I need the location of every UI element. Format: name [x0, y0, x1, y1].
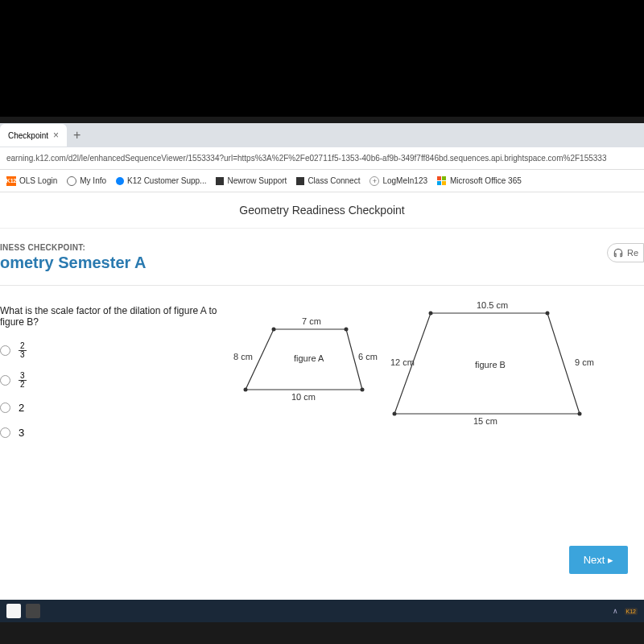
bookmark-office365[interactable]: Microsoft Office 365: [437, 176, 522, 186]
globe-icon: [67, 176, 76, 186]
bookmark-label: My Info: [80, 176, 106, 185]
new-tab-button[interactable]: +: [67, 128, 87, 142]
bookmark-label: Newrow Support: [227, 176, 287, 185]
measure-a-left: 8 cm: [233, 352, 253, 361]
svg-point-2: [345, 328, 349, 332]
chevron-up-icon[interactable]: ∧: [613, 607, 618, 615]
measure-b-left: 12 cm: [390, 357, 415, 367]
bookmark-class-connect[interactable]: Class Connect: [296, 176, 360, 185]
bookmark-newrow[interactable]: Newrow Support: [216, 176, 287, 185]
radio-icon[interactable]: [0, 375, 10, 386]
svg-point-6: [429, 312, 433, 316]
svg-point-7: [546, 312, 550, 316]
bookmark-k12-support[interactable]: K12 Customer Supp...: [116, 176, 206, 185]
address-bar[interactable]: earning.k12.com/d2l/le/enhancedSequenceV…: [0, 147, 644, 170]
bookmark-label: K12 Customer Supp...: [127, 176, 206, 185]
radio-icon[interactable]: [0, 427, 10, 438]
plus-icon: +: [369, 176, 379, 186]
taskbar-left: [6, 604, 40, 618]
measure-b-bottom: 15 cm: [473, 416, 497, 426]
bookmark-logmein[interactable]: + LogMeIn123: [369, 176, 427, 186]
question-left: What is the scale factor of the dilation…: [0, 305, 233, 466]
read-aloud-button[interactable]: Re: [607, 243, 644, 262]
radio-icon[interactable]: [0, 402, 10, 413]
measure-b-top: 10.5 cm: [477, 300, 508, 310]
taskbar-right: ∧ K12: [613, 607, 638, 615]
svg-point-9: [393, 412, 397, 416]
measure-a-right: 6 cm: [358, 352, 378, 361]
semester-title: ometry Semester A: [0, 254, 147, 272]
fraction-label: 2 3: [19, 342, 27, 359]
app-icon: [296, 177, 304, 185]
k12-tray-icon[interactable]: K12: [625, 608, 638, 615]
figure-b-label: figure B: [475, 360, 506, 369]
option-two-thirds[interactable]: 2 3: [0, 342, 233, 359]
bookmark-label: LogMeIn123: [382, 176, 427, 185]
read-label: Re: [627, 248, 638, 258]
tab-title: Checkpoint: [8, 131, 48, 140]
screen: Checkpoint × + earning.k12.com/d2l/le/en…: [0, 123, 644, 622]
bookmark-label: OLS Login: [19, 176, 57, 185]
laptop-frame: Checkpoint × + earning.k12.com/d2l/le/en…: [0, 117, 644, 644]
app-icon: [216, 177, 224, 185]
browser-tab[interactable]: Checkpoint ×: [0, 124, 67, 147]
bookmark-my-info[interactable]: My Info: [67, 176, 106, 186]
measure-a-top: 7 cm: [302, 316, 321, 326]
figures-area: 7 cm 8 cm 6 cm 10 cm figure A 10.5 cm 12…: [233, 305, 644, 466]
taskbar-app-icon[interactable]: [26, 604, 40, 618]
option-three[interactable]: 3: [0, 427, 233, 439]
page-title: Geometry Readiness Checkpoint: [0, 192, 644, 229]
bookmark-label: Class Connect: [308, 176, 360, 185]
url-text: earning.k12.com/d2l/le/enhancedSequenceV…: [6, 154, 606, 163]
headphones-icon: [613, 247, 624, 258]
checkpoint-header: INESS CHECKPOINT: ometry Semester A Re: [0, 229, 644, 279]
bookmarks-bar: K12 OLS Login My Info K12 Customer Supp.…: [0, 170, 644, 192]
svg-point-8: [578, 412, 582, 416]
fraction-label: 3 2: [19, 372, 27, 389]
option-label: 3: [19, 427, 24, 439]
bookmark-label: Microsoft Office 365: [450, 176, 522, 185]
svg-point-1: [272, 328, 276, 332]
taskbar-app-icon[interactable]: [6, 604, 21, 618]
windows-taskbar: ∧ K12: [0, 600, 644, 622]
browser-tab-bar: Checkpoint × +: [0, 123, 644, 147]
svg-point-4: [244, 388, 248, 392]
question-area: What is the scale factor of the dilation…: [0, 286, 644, 466]
close-icon[interactable]: ×: [53, 130, 59, 141]
measure-a-bottom: 10 cm: [291, 392, 316, 402]
question-text: What is the scale factor of the dilation…: [0, 305, 233, 328]
radio-icon[interactable]: [0, 345, 10, 356]
option-three-halves[interactable]: 3 2: [0, 372, 233, 389]
k12-icon: K12: [6, 176, 16, 186]
svg-point-3: [361, 388, 365, 392]
checkpoint-label: INESS CHECKPOINT:: [0, 243, 147, 252]
measure-b-right: 9 cm: [575, 357, 594, 367]
bookmark-ols-login[interactable]: K12 OLS Login: [6, 176, 57, 186]
chat-icon: [116, 177, 124, 185]
next-button[interactable]: Next ▸: [569, 546, 628, 574]
figure-a-label: figure A: [294, 353, 324, 363]
option-two[interactable]: 2: [0, 402, 233, 414]
microsoft-icon: [437, 176, 447, 186]
geometry-figures: [225, 305, 628, 450]
camera-cutout-area: [0, 0, 644, 117]
option-label: 2: [19, 402, 24, 414]
